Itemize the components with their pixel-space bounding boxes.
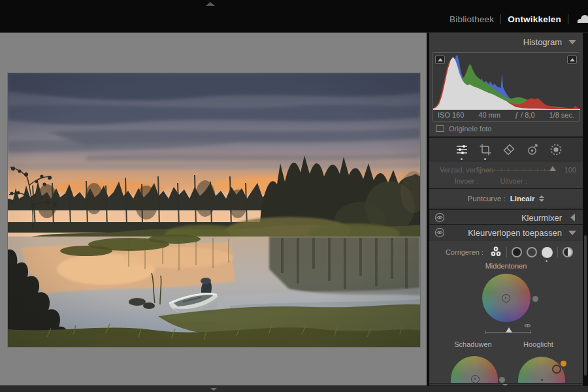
photo: [8, 73, 420, 347]
eye-icon[interactable]: [434, 212, 445, 223]
shadow-clipping-toggle[interactable]: [435, 56, 445, 64]
highlight-clipping-toggle[interactable]: [567, 56, 577, 64]
color-mixer-title: Kleurmixer: [521, 213, 562, 223]
sliders-icon[interactable]: [455, 142, 469, 157]
shadows-label: Schaduwen: [440, 340, 506, 348]
histogram-chart[interactable]: [433, 54, 580, 110]
active-dot: [484, 158, 486, 160]
exif-focal-length: 40 mm: [478, 111, 500, 119]
tab-develop[interactable]: Ontwikkelen: [508, 14, 561, 24]
refine-saturation-value: 100: [564, 166, 576, 174]
original-photo-row[interactable]: Originele foto: [436, 125, 491, 133]
mask-icon[interactable]: [549, 142, 563, 157]
global-circle-icon[interactable]: [563, 247, 573, 257]
divider: [557, 247, 558, 257]
updown-icon[interactable]: [539, 195, 544, 202]
photo-canvas[interactable]: [8, 73, 420, 347]
slider-thumb[interactable]: [549, 166, 556, 171]
output-label: Uitvoer :: [491, 177, 536, 185]
tab-library[interactable]: Bibliotheek: [449, 14, 494, 24]
top-panel-collapse-icon[interactable]: [206, 2, 215, 6]
highlights-label: Hooglicht: [506, 340, 571, 348]
midtones-circle-icon[interactable]: [527, 247, 537, 257]
chevron-down-icon[interactable]: [568, 40, 576, 44]
tool-strip: [429, 137, 583, 161]
divider: [429, 136, 583, 137]
crop-icon[interactable]: [478, 142, 493, 157]
histogram-title: Histogram: [523, 37, 562, 47]
input-label: Invoer :: [444, 177, 489, 185]
chevron-down-icon[interactable]: [568, 231, 576, 235]
triangle-icon: [438, 58, 443, 61]
eye-icon[interactable]: [434, 227, 445, 238]
point-curve-label: Puntcurve :: [468, 195, 506, 203]
exif-row: ISO 160 40 mm ƒ / 8,0 1/8 sec.: [433, 111, 580, 119]
right-edge: [583, 33, 588, 385]
adjust-label: Corrigeren :: [446, 248, 483, 256]
wheel-center-dot: [541, 379, 543, 381]
highlights-wheel-puck[interactable]: [552, 365, 561, 374]
triangle-icon: [570, 58, 575, 61]
divider: [500, 14, 501, 24]
photo-workspace[interactable]: [0, 33, 427, 385]
adjust-mode-row: Corrigeren :: [429, 244, 583, 261]
highlights-circle-icon[interactable]: [542, 247, 553, 258]
divider: [568, 14, 568, 24]
chevron-left-icon[interactable]: [570, 214, 575, 221]
exif-iso: ISO 160: [438, 111, 464, 119]
active-dot: [461, 158, 463, 160]
top-bar: Bibliotheek Ontwikkelen: [0, 0, 588, 33]
tone-curve-section: Verzad. verfijnen 100 Invoer : Uitvoer :: [429, 162, 583, 189]
exif-aperture: ƒ / 8,0: [515, 111, 535, 119]
histogram-header[interactable]: Histogram: [429, 33, 583, 52]
refine-saturation-slider[interactable]: [487, 171, 556, 171]
redeye-icon[interactable]: [525, 142, 540, 157]
three-way-icon[interactable]: [490, 246, 502, 259]
filmstrip-collapse-bar[interactable]: [0, 385, 588, 392]
original-photo-checkbox[interactable]: [436, 125, 444, 132]
shadows-circle-icon[interactable]: [512, 247, 522, 257]
point-curve-value[interactable]: Lineair: [510, 195, 535, 203]
scrollbar-thumb[interactable]: [584, 235, 587, 376]
wheel-center-marker[interactable]: [502, 294, 510, 302]
histogram-panel[interactable]: ISO 160 40 mm ƒ / 8,0 1/8 sec.: [432, 52, 580, 122]
module-picker: Bibliotheek Ontwikkelen: [449, 0, 588, 33]
wheel-side-dot[interactable]: [532, 296, 538, 302]
develop-right-panel: Histogram ISO 160 40 mm ƒ / 8,0 1/8 sec.…: [429, 33, 583, 385]
midtones-label: Middentonen: [429, 262, 583, 270]
heal-icon[interactable]: [502, 142, 516, 157]
eye-icon[interactable]: [523, 321, 532, 330]
point-curve-row: Puntcurve : Lineair: [429, 189, 583, 208]
refine-saturation-label: Verzad. verfijnen: [440, 166, 493, 174]
divider: [506, 247, 507, 257]
highlights-hue-dot[interactable]: [561, 361, 566, 367]
lightroom-window: Bibliotheek Ontwikkelen: [0, 0, 588, 392]
slider-thumb[interactable]: [506, 327, 512, 333]
cloud-sync-icon[interactable]: [575, 12, 588, 25]
exif-shutter: 1/8 sec.: [549, 111, 574, 119]
color-grading-body: Corrigeren : Middentonen: [429, 240, 583, 383]
original-photo-label: Originele foto: [449, 125, 491, 133]
color-mixer-header[interactable]: Kleurmixer: [429, 209, 583, 225]
wheel-center-marker[interactable]: [471, 375, 480, 383]
color-grading-header[interactable]: Kleurverlopen toepassen: [429, 225, 583, 240]
color-grading-title: Kleurverlopen toepassen: [468, 228, 562, 238]
photo-vignette: [8, 73, 420, 347]
triangle-down-icon: [210, 388, 217, 391]
wheel-side-dot[interactable]: [499, 377, 505, 383]
